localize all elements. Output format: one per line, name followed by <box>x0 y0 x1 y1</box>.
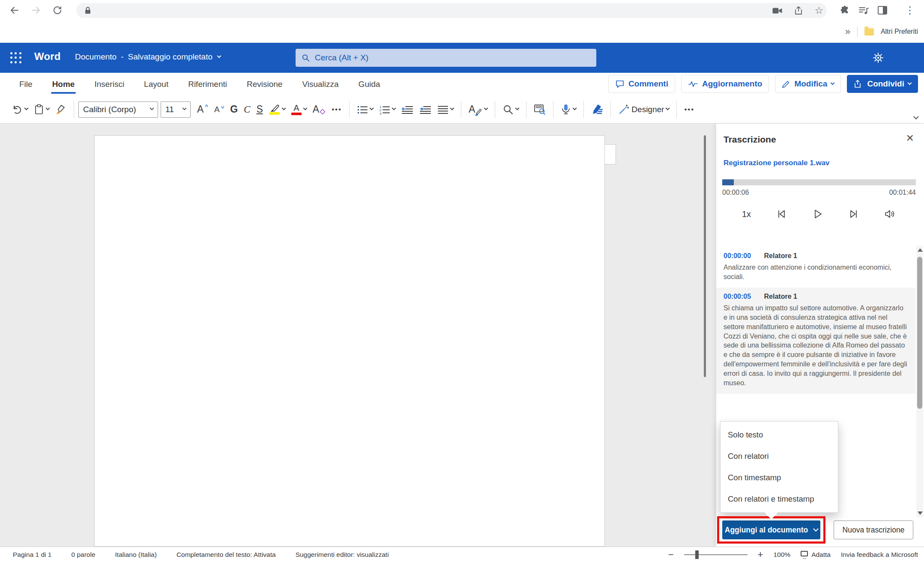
skip-back-icon[interactable] <box>776 208 787 220</box>
fit-to-width-button[interactable]: ↔ Adatta <box>801 551 831 559</box>
scroll-down-icon[interactable] <box>918 511 923 515</box>
chevron-down-icon[interactable] <box>303 106 307 110</box>
ribbon-tab[interactable]: Visualizza <box>292 73 348 95</box>
back-icon[interactable] <box>8 3 21 17</box>
status-item[interactable]: Italiano (Italia) <box>115 551 157 559</box>
ribbon-tab[interactable]: Home <box>42 73 85 95</box>
ribbon-tab[interactable]: Inserisci <box>84 73 134 95</box>
close-pane-icon[interactable]: × <box>906 131 914 144</box>
dictate-button[interactable] <box>558 100 579 119</box>
volume-icon[interactable] <box>884 208 896 220</box>
chevron-down-icon[interactable] <box>573 106 577 110</box>
reload-icon[interactable] <box>51 3 64 17</box>
play-icon[interactable] <box>812 208 823 220</box>
chevron-down-icon[interactable] <box>392 106 396 110</box>
chevron-down-icon[interactable] <box>370 106 374 110</box>
font-color-button[interactable]: A <box>288 100 310 119</box>
ribbon-tab[interactable]: Layout <box>134 73 178 95</box>
ribbon-tab[interactable]: Riferimenti <box>178 73 237 95</box>
zoom-slider[interactable] <box>684 554 748 555</box>
address-bar[interactable]: ☆ <box>76 3 827 18</box>
search-input[interactable] <box>315 53 590 62</box>
designer-button[interactable]: Designer <box>615 100 672 119</box>
immersive-reader-button[interactable] <box>531 100 549 119</box>
editor-button[interactable] <box>588 100 606 119</box>
share-button[interactable]: Condividi <box>847 75 918 93</box>
new-transcription-button[interactable]: Nuova trascrizione <box>834 520 913 539</box>
extensions-puzzle-icon[interactable] <box>838 3 852 17</box>
alignment-button[interactable] <box>434 100 457 119</box>
shrink-font-button[interactable]: A^ <box>211 100 227 119</box>
transcript-segment[interactable]: 00:00:00 Relatore 1 Analizzare con atten… <box>716 247 915 288</box>
chevron-down-icon[interactable] <box>46 106 50 110</box>
font-size-select[interactable]: 11 <box>161 101 191 118</box>
chevron-down-icon[interactable] <box>217 54 221 58</box>
decrease-indent-button[interactable] <box>398 100 416 119</box>
feedback-link[interactable]: Invia feedback a Microsoft <box>841 551 918 559</box>
status-item[interactable]: Completamento del testo: Attivata <box>176 551 276 559</box>
playback-speed-button[interactable]: 1x <box>742 209 751 219</box>
grow-font-button[interactable]: A^ <box>194 100 211 119</box>
zoom-in-icon[interactable]: + <box>758 549 763 560</box>
chevron-down-icon[interactable] <box>515 106 520 110</box>
segment-text[interactable]: Analizzare con attenzione i condizioname… <box>724 263 908 282</box>
ribbon-tab[interactable]: Guida <box>349 73 390 95</box>
share-page-icon[interactable] <box>794 6 803 15</box>
app-launcher-icon[interactable] <box>10 52 22 64</box>
document-title-group[interactable]: Documento - Salvataggio completato <box>75 52 221 62</box>
status-item[interactable]: Suggerimenti editor: visualizzati <box>296 551 389 559</box>
highlight-color-button[interactable] <box>266 100 288 119</box>
ribbon-tab[interactable]: File <box>9 73 42 95</box>
transcript-segment[interactable]: 00:00:05 Relatore 1 Si chiama un impatto… <box>716 288 915 394</box>
zoom-slider-handle[interactable] <box>695 550 699 559</box>
zoom-out-icon[interactable]: − <box>668 549 674 560</box>
ribbon-tab[interactable]: Revisione <box>237 73 292 95</box>
chevron-down-icon[interactable] <box>484 106 488 110</box>
more-commands-button[interactable]: ••• <box>681 100 697 119</box>
menu-item[interactable]: Con timestamp <box>721 468 838 488</box>
italic-button[interactable]: C <box>241 100 253 119</box>
bold-button[interactable]: G <box>227 100 241 119</box>
menu-item[interactable]: Con relatori <box>721 446 838 466</box>
clear-formatting-button[interactable]: A <box>310 100 329 119</box>
kebab-menu-icon[interactable]: ⋮ <box>903 3 917 17</box>
playlist-music-icon[interactable] <box>857 3 870 17</box>
add-to-document-button[interactable]: Aggiungi al documento <box>722 520 820 539</box>
comments-button[interactable]: Commenti <box>608 75 675 93</box>
undo-button[interactable] <box>9 100 31 119</box>
segment-timestamp[interactable]: 00:00:05 <box>724 293 751 300</box>
format-painter-button[interactable] <box>52 100 69 119</box>
collapse-ribbon-icon[interactable] <box>913 114 919 119</box>
audio-file-link[interactable]: Registrazione personale 1.wav <box>724 159 830 167</box>
increase-indent-button[interactable] <box>416 100 434 119</box>
styles-button[interactable]: A <box>466 100 490 119</box>
app-name[interactable]: Word <box>34 51 61 62</box>
skip-forward-icon[interactable] <box>848 208 859 220</box>
menu-item[interactable]: Con relatori e timestamp <box>721 489 838 509</box>
catch-up-button[interactable]: Aggiornamento <box>681 75 769 93</box>
scrollbar-thumb[interactable] <box>917 257 922 409</box>
side-panel-icon[interactable] <box>876 3 889 17</box>
menu-item[interactable]: Solo testo <box>721 425 838 445</box>
status-item[interactable]: Pagina 1 di 1 <box>13 551 52 559</box>
more-formatting-button[interactable]: ••• <box>329 100 345 119</box>
overflow-bookmarks-icon[interactable]: » <box>845 26 850 37</box>
status-item[interactable]: 0 parole <box>72 551 96 559</box>
chevron-down-icon[interactable] <box>450 106 455 110</box>
paste-button[interactable] <box>31 100 52 119</box>
chevron-down-icon[interactable] <box>281 106 286 110</box>
settings-gear-icon[interactable] <box>872 51 885 64</box>
bookmark-star-icon[interactable]: ☆ <box>814 5 823 16</box>
media-camera-icon[interactable] <box>772 7 783 15</box>
bookmarks-folder-label[interactable]: Altri Preferiti <box>881 28 918 36</box>
bullet-list-button[interactable] <box>354 100 376 119</box>
document-page[interactable] <box>94 135 605 547</box>
editing-mode-button[interactable]: Modifica <box>775 75 841 93</box>
numbered-list-button[interactable]: 123 <box>376 100 398 119</box>
chevron-down-icon[interactable] <box>666 106 670 110</box>
transcript-scrollbar[interactable] <box>916 246 923 517</box>
find-button[interactable] <box>499 100 522 119</box>
scroll-up-icon[interactable] <box>918 248 923 252</box>
underline-button[interactable]: S <box>253 100 266 119</box>
forward-icon[interactable] <box>29 3 43 17</box>
